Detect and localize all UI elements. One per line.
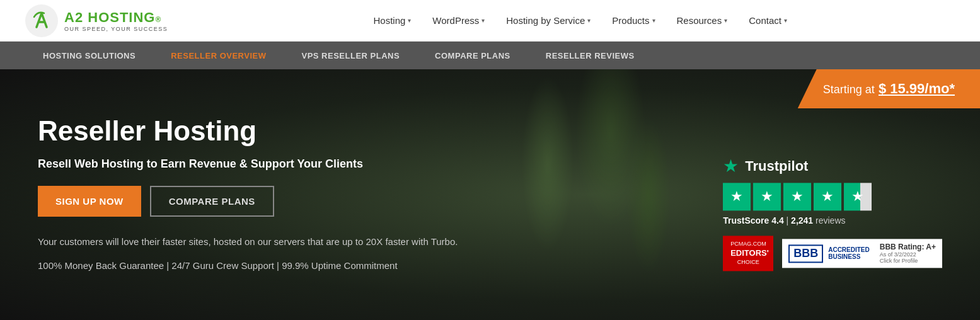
tp-star-1: ★ bbox=[723, 183, 751, 210]
bbb-logo-icon: BBB bbox=[788, 244, 823, 263]
bbb-rating-area: BBB Rating: A+ As of 3/2/2022 Click for … bbox=[880, 243, 936, 264]
bbb-badge: BBB ACCREDITED BUSINESS BBB Rating: A+ A… bbox=[782, 239, 942, 268]
bbb-business-label: BUSINESS bbox=[828, 253, 870, 260]
hero-subtitle: Resell Web Hosting to Earn Revenue & Sup… bbox=[38, 157, 458, 171]
chevron-down-icon: ▾ bbox=[652, 17, 655, 24]
nav-hosting-by-service-label: Hosting by Service bbox=[506, 15, 585, 26]
nav-hosting-by-service[interactable]: Hosting by Service ▾ bbox=[497, 10, 599, 31]
logo-text-container: A2 HOSTING® OUR SPEED, YOUR SUCCESS bbox=[64, 9, 168, 32]
hero-content: Reseller Hosting Resell Web Hosting to E… bbox=[0, 91, 495, 299]
tp-star-2: ★ bbox=[753, 183, 781, 210]
svg-point-0 bbox=[25, 4, 58, 37]
trustscore-reviews-label: reviews bbox=[816, 215, 845, 226]
sub-nav-vps-reseller-plans[interactable]: VPS RESELLER PLANS bbox=[284, 42, 417, 69]
trustscore-text: TrustScore 4.4 | 2,241 reviews bbox=[723, 215, 942, 226]
bbb-date: As of 3/2/2022 bbox=[880, 251, 936, 258]
bbb-text-area: ACCREDITED BUSINESS bbox=[828, 246, 870, 260]
logo-title: A2 HOSTING® bbox=[64, 9, 168, 26]
sign-up-now-button[interactable]: SIGN UP NOW bbox=[38, 186, 141, 217]
badges-area: PCMAG.COM EDITORS' CHOICE BBB ACCREDITED… bbox=[723, 236, 942, 271]
a2-logo-icon bbox=[25, 4, 58, 37]
pc-mag-choice: CHOICE bbox=[730, 259, 766, 266]
logo-a2: A2 bbox=[64, 9, 88, 25]
logo-hosting: HOSTING bbox=[88, 9, 155, 25]
trustpilot-star-icon: ★ bbox=[723, 156, 739, 176]
pc-mag-top: PCMAG.COM bbox=[730, 241, 766, 248]
nav-wordpress[interactable]: WordPress ▾ bbox=[424, 10, 493, 31]
hero-leaf-decoration bbox=[497, 69, 686, 320]
tp-star-3: ★ bbox=[783, 183, 811, 210]
nav-contact-label: Contact bbox=[749, 15, 781, 26]
nav-hosting-label: Hosting bbox=[373, 15, 405, 26]
sub-nav-reseller-reviews[interactable]: RESELLER REVIEWS bbox=[528, 42, 652, 69]
header: A2 HOSTING® OUR SPEED, YOUR SUCCESS Host… bbox=[0, 0, 980, 42]
sub-nav-compare-plans[interactable]: COMPARE PLANS bbox=[417, 42, 528, 69]
trustscore-separator: | bbox=[787, 215, 792, 226]
chevron-down-icon: ▾ bbox=[481, 17, 485, 24]
price-value: $ 15.99/mo* bbox=[879, 81, 955, 96]
trustpilot-name: Trustpilot bbox=[745, 158, 808, 174]
price-starting-label: Starting at bbox=[823, 83, 875, 96]
hero-body-text: Your customers will love their faster si… bbox=[38, 234, 458, 249]
logo-area[interactable]: A2 HOSTING® OUR SPEED, YOUR SUCCESS bbox=[25, 4, 168, 37]
nav-resources-label: Resources bbox=[677, 15, 722, 26]
bbb-click-profile[interactable]: Click for Profile bbox=[880, 258, 936, 264]
compare-plans-button[interactable]: COMPARE PLANS bbox=[150, 186, 274, 217]
trustscore-count: 2,241 bbox=[791, 215, 813, 226]
chevron-down-icon: ▾ bbox=[724, 17, 727, 24]
trustpilot-stars: ★ ★ ★ ★ ★ bbox=[723, 183, 942, 210]
nav-products[interactable]: Products ▾ bbox=[603, 10, 664, 31]
bbb-accredited-label: ACCREDITED bbox=[828, 246, 870, 253]
nav-wordpress-label: WordPress bbox=[432, 15, 479, 26]
chevron-down-icon: ▾ bbox=[784, 17, 787, 24]
logo-registered: ® bbox=[155, 15, 161, 24]
sub-nav: HOSTING SOLUTIONS RESELLER OVERVIEW VPS … bbox=[0, 42, 980, 69]
trustscore-value: 4.4 bbox=[771, 215, 783, 226]
sub-nav-hosting-solutions[interactable]: HOSTING SOLUTIONS bbox=[25, 42, 153, 69]
pc-mag-badge: PCMAG.COM EDITORS' CHOICE bbox=[723, 236, 773, 271]
price-banner: Starting at $ 15.99/mo* bbox=[798, 69, 980, 108]
tp-star-4: ★ bbox=[814, 183, 841, 210]
nav-products-label: Products bbox=[612, 15, 649, 26]
hero-buttons: SIGN UP NOW COMPARE PLANS bbox=[38, 186, 458, 217]
sub-nav-reseller-overview[interactable]: RESELLER OVERVIEW bbox=[153, 42, 284, 69]
logo-subtitle: OUR SPEED, YOUR SUCCESS bbox=[64, 26, 168, 32]
chevron-down-icon: ▾ bbox=[587, 17, 591, 24]
trustscore-label: TrustScore bbox=[723, 215, 769, 226]
trust-area: ★ Trustpilot ★ ★ ★ ★ ★ TrustScore 4.4 | … bbox=[723, 156, 942, 271]
nav-contact[interactable]: Contact ▾ bbox=[740, 10, 796, 31]
hero-title: Reseller Hosting bbox=[38, 116, 458, 146]
hero-features-text: 100% Money Back Guarantee | 24/7 Guru Cr… bbox=[38, 258, 458, 273]
pc-mag-editors: EDITORS' bbox=[730, 248, 766, 259]
nav-hosting[interactable]: Hosting ▾ bbox=[364, 10, 420, 31]
bbb-rating-value: BBB Rating: A+ bbox=[880, 243, 936, 251]
trustpilot-header: ★ Trustpilot bbox=[723, 156, 942, 176]
tp-star-5-half: ★ bbox=[844, 183, 872, 210]
hero-section: Starting at $ 15.99/mo* Reseller Hosting… bbox=[0, 69, 980, 320]
chevron-down-icon: ▾ bbox=[408, 17, 411, 24]
main-nav: Hosting ▾ WordPress ▾ Hosting by Service… bbox=[205, 10, 955, 31]
nav-resources[interactable]: Resources ▾ bbox=[668, 10, 737, 31]
